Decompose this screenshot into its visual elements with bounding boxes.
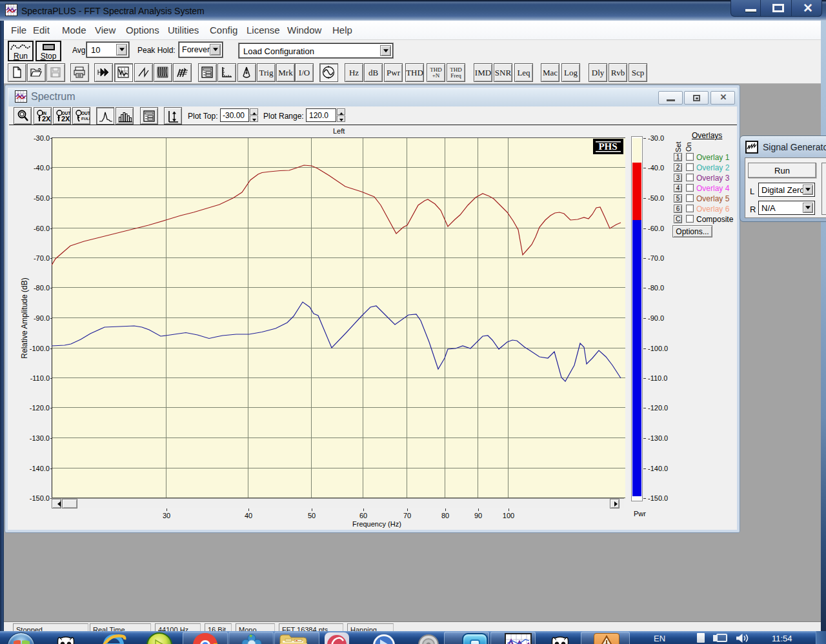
svg-text:PHS: PHS — [598, 141, 617, 152]
svg-text:2X: 2X — [42, 115, 51, 123]
svg-text:2X: 2X — [61, 115, 70, 123]
svg-text:FULL: FULL — [81, 116, 90, 121]
svg-text:OUT: OUT — [81, 111, 90, 116]
